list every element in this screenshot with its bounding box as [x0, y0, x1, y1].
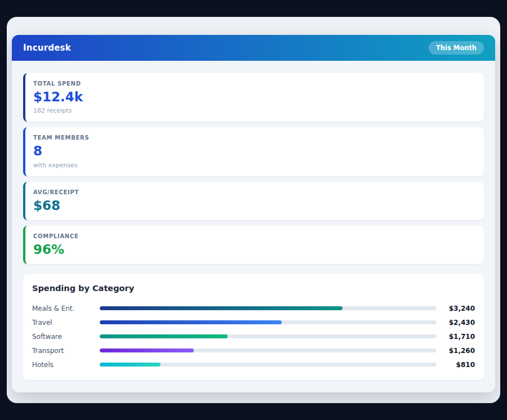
expense-dashboard-card: Incurdesk This Month TOTAL SPEND $12.4k …	[12, 35, 495, 392]
category-value: $810	[442, 361, 475, 369]
stat-value: $12.4k	[33, 90, 475, 104]
stat-value: 96%	[33, 243, 475, 257]
category-label: Software	[32, 333, 100, 341]
category-bar-fill	[100, 306, 343, 310]
stat-label: AVG/RECEIPT	[33, 189, 475, 195]
category-bar-track	[100, 306, 437, 310]
stat-card: TOTAL SPEND $12.4k 182 receipts	[23, 73, 484, 122]
category-row: Meals & Ent. $3,240	[32, 301, 475, 315]
category-value: $3,240	[442, 305, 475, 312]
category-bar-fill	[100, 348, 194, 352]
stats-list: TOTAL SPEND $12.4k 182 receipts TEAM MEM…	[23, 73, 484, 264]
card-body: TOTAL SPEND $12.4k 182 receipts TEAM MEM…	[12, 61, 495, 392]
category-list: Meals & Ent. $3,240 Travel $2,430 Softwa…	[32, 301, 475, 372]
category-label: Travel	[32, 319, 100, 327]
app-title: Incurdesk	[23, 43, 71, 53]
stat-card: COMPLIANCE 96%	[23, 226, 484, 264]
category-label: Hotels	[32, 361, 100, 369]
category-value: $1,710	[442, 333, 475, 341]
category-row: Transport $1,260	[32, 343, 475, 358]
period-badge[interactable]: This Month	[429, 41, 484, 55]
stat-card: TEAM MEMBERS 8 with expenses	[23, 127, 484, 176]
stat-subtitle: 182 receipts	[33, 107, 475, 114]
category-bar-fill	[100, 320, 282, 324]
category-value: $2,430	[442, 319, 475, 327]
category-label: Meals & Ent.	[32, 305, 100, 312]
category-label: Transport	[32, 347, 100, 355]
category-row: Hotels $810	[32, 358, 475, 372]
category-bar-track	[100, 348, 437, 352]
category-row: Software $1,710	[32, 329, 475, 343]
spending-title: Spending by Category	[32, 284, 475, 293]
page-panel: Incurdesk This Month TOTAL SPEND $12.4k …	[7, 17, 500, 403]
category-bar-fill	[100, 334, 228, 338]
category-bar-track	[100, 334, 437, 338]
stat-label: TOTAL SPEND	[33, 81, 475, 87]
stat-subtitle: with expenses	[33, 162, 475, 169]
stat-label: TEAM MEMBERS	[33, 135, 475, 141]
card-header: Incurdesk This Month	[12, 35, 495, 61]
category-bar-fill	[100, 363, 161, 367]
category-value: $1,260	[442, 347, 475, 355]
category-row: Travel $2,430	[32, 315, 475, 329]
stat-card: AVG/RECEIPT $68	[23, 182, 484, 220]
category-bar-track	[100, 320, 437, 324]
category-bar-track	[100, 363, 437, 367]
stat-value: $68	[33, 199, 475, 213]
stat-label: COMPLIANCE	[33, 233, 475, 239]
spending-card: Spending by Category Meals & Ent. $3,240…	[23, 274, 484, 380]
stat-value: 8	[33, 144, 475, 158]
